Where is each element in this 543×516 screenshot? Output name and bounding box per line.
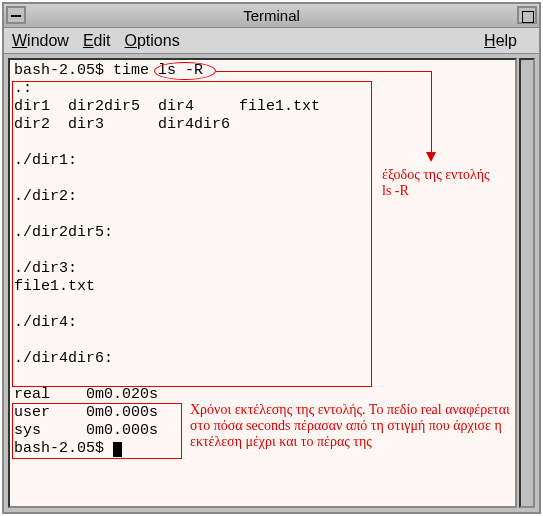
out-row: .: — [14, 80, 32, 97]
maximize-icon[interactable] — [517, 6, 537, 24]
out-row: ./dir4: — [14, 314, 77, 331]
menu-options[interactable]: Options — [125, 32, 180, 50]
out-row: ./dir1: — [14, 152, 77, 169]
cursor-icon — [113, 442, 122, 457]
window-menu-icon[interactable] — [6, 6, 26, 24]
out-row: ./dir2: — [14, 188, 77, 205]
menu-window[interactable]: Window — [12, 32, 69, 50]
titlebar[interactable]: Terminal — [4, 4, 539, 28]
shell-prompt-2: bash-2.05$ — [14, 440, 113, 457]
out-row: dir2 dir3 dir4dir6 — [14, 116, 230, 133]
out-row: ./dir2dir5: — [14, 224, 113, 241]
out-row: dir1 dir2dir5 dir4 file1.txt — [14, 98, 320, 115]
scrollbar[interactable] — [519, 58, 535, 508]
time-user: user 0m0.000s — [14, 404, 158, 421]
out-row: ./dir3: — [14, 260, 77, 277]
menu-edit[interactable]: Edit — [83, 32, 111, 50]
time-real: real 0m0.020s — [14, 386, 158, 403]
shell-prompt: bash-2.05$ — [14, 62, 104, 79]
window-title: Terminal — [243, 7, 300, 24]
out-row: file1.txt — [14, 278, 95, 295]
terminal-content[interactable]: bash-2.05$ time ls -R .: dir1 dir2dir5 d… — [8, 58, 517, 508]
menubar: Window Edit Options Help — [4, 28, 539, 54]
cmd-time: time — [113, 62, 149, 79]
out-row: ./dir4dir6: — [14, 350, 113, 367]
cmd-ls-r: ls -R — [158, 62, 203, 79]
menu-help[interactable]: Help — [484, 32, 517, 50]
terminal-window: Terminal Window Edit Options Help bash-2… — [2, 2, 541, 514]
time-sys: sys 0m0.000s — [14, 422, 158, 439]
